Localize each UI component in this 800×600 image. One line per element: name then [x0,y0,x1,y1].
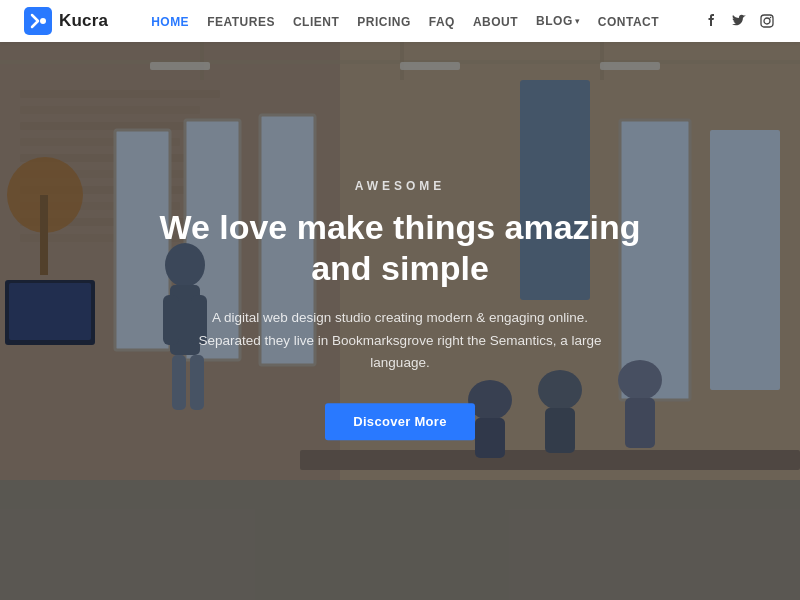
brand-logo[interactable]: Kucra [24,7,108,35]
nav-link-faq[interactable]: FAQ [429,15,455,29]
hero-cta-button[interactable]: Discover More [325,404,475,441]
hero-subtitle: A digital web design studio creating mod… [190,307,610,376]
nav-links: HOME FEATURES CLIENT PRICING FAQ ABOUT B… [151,12,659,30]
nav-item-home[interactable]: HOME [151,12,189,30]
hero-content: AWESOME We love make things amazing and … [140,179,660,440]
twitter-icon[interactable] [730,12,748,30]
svg-point-1 [40,18,46,24]
svg-rect-2 [761,15,773,27]
social-links [702,12,776,30]
nav-item-about[interactable]: ABOUT [473,12,518,30]
svg-point-4 [770,17,772,19]
hero-section: AWESOME We love make things amazing and … [0,0,800,600]
nav-item-faq[interactable]: FAQ [429,12,455,30]
nav-link-pricing[interactable]: PRICING [357,15,411,29]
nav-item-client[interactable]: CLIENT [293,12,339,30]
brand-name: Kucra [59,11,108,31]
svg-point-3 [764,18,770,24]
hero-eyebrow: AWESOME [140,179,660,193]
nav-link-about[interactable]: ABOUT [473,15,518,29]
nav-link-blog[interactable]: BLOG [536,14,573,28]
nav-item-contact[interactable]: CONTACT [598,12,659,30]
nav-item-blog[interactable]: BLOG ▾ [536,14,580,28]
brand-icon [24,7,52,35]
hero-title: We love make things amazing and simple [140,207,660,289]
nav-item-features[interactable]: FEATURES [207,12,275,30]
nav-link-contact[interactable]: CONTACT [598,15,659,29]
nav-link-features[interactable]: FEATURES [207,15,275,29]
nav-item-pricing[interactable]: PRICING [357,12,411,30]
nav-link-home[interactable]: HOME [151,15,189,29]
instagram-icon[interactable] [758,12,776,30]
blog-dropdown-arrow: ▾ [575,16,580,26]
navbar: Kucra HOME FEATURES CLIENT PRICING FAQ A… [0,0,800,42]
facebook-icon[interactable] [702,12,720,30]
nav-link-client[interactable]: CLIENT [293,15,339,29]
